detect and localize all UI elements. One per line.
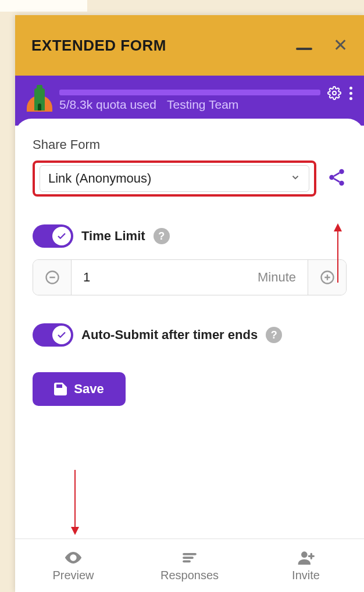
close-button[interactable]: ✕ xyxy=(333,37,348,54)
share-row: Link (Anonymous) xyxy=(33,161,347,197)
time-limit-toggle[interactable] xyxy=(33,224,73,248)
annotation-arrow-down xyxy=(74,470,76,534)
toggle-knob-icon xyxy=(52,227,71,245)
app-window: EXTENDED FORM ✕ 5/8.3k quota used Testin… xyxy=(15,15,364,592)
help-icon[interactable]: ? xyxy=(266,327,282,343)
nav-invite-label: Invite xyxy=(292,569,320,582)
quota-text: 5/8.3k quota used xyxy=(59,98,156,112)
share-type-value: Link (Anonymous) xyxy=(48,171,151,186)
save-button-label: Save xyxy=(74,381,104,397)
share-type-select[interactable]: Link (Anonymous) xyxy=(33,161,316,197)
team-name[interactable]: Testing Team xyxy=(167,98,238,112)
auto-submit-label: Auto-Submit after timer ends xyxy=(81,327,258,343)
person-add-icon xyxy=(297,549,315,566)
content-panel: Share Form Link (Anonymous) xyxy=(15,119,364,538)
time-limit-row: Time Limit ? xyxy=(33,224,347,248)
nav-tab-preview[interactable]: Preview xyxy=(15,539,131,592)
redacted-title-bar xyxy=(59,90,320,95)
decrement-button[interactable] xyxy=(33,260,72,295)
svg-point-2 xyxy=(329,175,334,180)
share-form-label: Share Form xyxy=(33,137,347,152)
time-limit-value: 1 xyxy=(83,270,90,285)
chevron-down-icon xyxy=(290,172,301,185)
share-icon-button[interactable] xyxy=(327,167,347,190)
svg-point-0 xyxy=(333,91,336,95)
time-limit-unit: Minute xyxy=(258,270,296,285)
header-text-block: 5/8.3k quota used Testing Team xyxy=(59,90,320,112)
minimize-button[interactable] xyxy=(296,48,312,50)
eye-icon xyxy=(63,549,83,566)
nav-responses-label: Responses xyxy=(160,569,219,582)
annotation-arrow-up xyxy=(337,224,338,283)
svg-point-1 xyxy=(339,169,344,174)
save-disk-icon xyxy=(54,383,67,395)
toggle-knob-icon xyxy=(52,326,71,344)
app-logo-icon xyxy=(27,86,52,112)
help-icon[interactable]: ? xyxy=(154,228,170,244)
auto-submit-row: Auto-Submit after timer ends ? xyxy=(33,323,347,347)
increment-button[interactable] xyxy=(308,260,346,295)
more-menu-icon[interactable] xyxy=(349,87,352,100)
save-button[interactable]: Save xyxy=(33,372,126,406)
time-limit-stepper: 1 Minute xyxy=(33,259,347,295)
svg-point-13 xyxy=(301,551,308,558)
auto-submit-toggle[interactable] xyxy=(33,323,73,347)
titlebar-actions: ✕ xyxy=(296,37,348,54)
nav-tab-invite[interactable]: Invite xyxy=(248,539,364,592)
bottom-nav: Preview Responses Invite xyxy=(15,538,364,592)
nav-preview-label: Preview xyxy=(52,569,94,582)
titlebar: EXTENDED FORM ✕ xyxy=(15,15,364,76)
svg-point-9 xyxy=(72,556,75,559)
svg-point-3 xyxy=(339,181,344,186)
time-limit-label: Time Limit xyxy=(81,229,145,244)
nav-tab-responses[interactable]: Responses xyxy=(131,539,248,592)
window-title: EXTENDED FORM xyxy=(31,37,166,55)
time-limit-input[interactable]: 1 Minute xyxy=(72,260,308,295)
settings-gear-icon[interactable] xyxy=(327,86,341,100)
list-icon xyxy=(181,549,198,566)
